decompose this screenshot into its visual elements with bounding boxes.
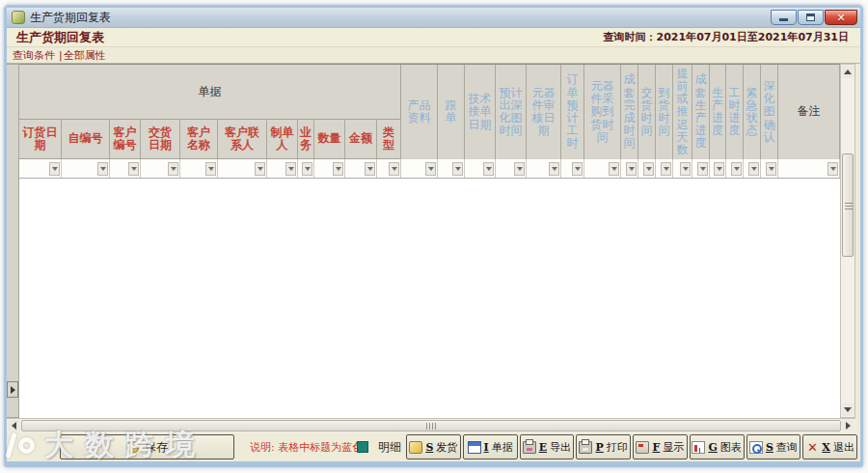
- column-header[interactable]: 成套生产进度: [692, 65, 710, 159]
- filter-dropdown-button[interactable]: [302, 162, 312, 176]
- filter-dropdown-button[interactable]: [255, 162, 265, 176]
- toolbar-button-display[interactable]: F显示: [633, 434, 688, 459]
- column-header[interactable]: 数量: [314, 120, 345, 158]
- filter-cell[interactable]: [298, 159, 314, 178]
- toolbar-button-document[interactable]: I单据: [463, 434, 518, 459]
- scroll-left-button[interactable]: [8, 420, 20, 431]
- maximize-button[interactable]: [798, 10, 824, 25]
- column-header[interactable]: 到货时间: [656, 65, 673, 159]
- filter-cell[interactable]: [584, 159, 621, 178]
- filter-cell[interactable]: [180, 159, 218, 178]
- column-header[interactable]: 交货日期: [141, 120, 180, 158]
- filter-cell[interactable]: [141, 159, 180, 178]
- toolbar-button-ship-goods[interactable]: S发货: [406, 434, 461, 459]
- filter-cell[interactable]: [710, 159, 726, 178]
- column-header[interactable]: 工时进度: [726, 65, 744, 159]
- filter-dropdown-button[interactable]: [643, 162, 654, 176]
- filter-cell[interactable]: [110, 159, 141, 178]
- filter-cell[interactable]: [267, 159, 298, 178]
- filter-cell[interactable]: [465, 159, 496, 178]
- vertical-scrollbar[interactable]: [840, 64, 855, 418]
- filter-dropdown-button[interactable]: [697, 162, 708, 176]
- filter-cell[interactable]: [19, 159, 62, 178]
- filter-dropdown-button[interactable]: [425, 162, 436, 176]
- column-header[interactable]: 订货日期: [19, 120, 62, 158]
- filter-dropdown-button[interactable]: [483, 162, 494, 176]
- filter-cell[interactable]: [656, 159, 673, 178]
- column-header[interactable]: 客户联系人: [218, 120, 267, 158]
- vertical-scroll-thumb[interactable]: [842, 153, 854, 257]
- filter-dropdown-button[interactable]: [285, 162, 296, 176]
- filter-cell[interactable]: [377, 159, 401, 178]
- filter-cell[interactable]: [62, 159, 110, 178]
- column-header[interactable]: 订单预计工时: [561, 65, 584, 159]
- column-header[interactable]: 提前或推迟天数: [673, 65, 692, 159]
- filter-dropdown-button[interactable]: [128, 162, 139, 176]
- filter-dropdown-button[interactable]: [731, 162, 742, 176]
- horizontal-scroll-thumb[interactable]: [21, 420, 841, 431]
- menu-item-all-properties[interactable]: 全部属性: [64, 48, 106, 63]
- column-header[interactable]: 金额: [345, 120, 377, 158]
- filter-dropdown-button[interactable]: [514, 162, 525, 176]
- column-header[interactable]: 交货时间: [638, 65, 656, 159]
- column-header[interactable]: 预计出深化图时间: [496, 65, 527, 159]
- filter-cell[interactable]: [218, 159, 267, 178]
- filter-cell[interactable]: [621, 159, 638, 178]
- filter-dropdown-button[interactable]: [748, 162, 759, 176]
- filter-dropdown-button[interactable]: [333, 162, 343, 176]
- filter-cell[interactable]: [744, 159, 761, 178]
- column-header[interactable]: 技术接单日期: [465, 65, 496, 159]
- filter-cell[interactable]: [527, 159, 561, 178]
- filter-dropdown-button[interactable]: [661, 162, 671, 176]
- filter-cell[interactable]: [438, 159, 465, 178]
- scroll-right-button[interactable]: [842, 420, 854, 431]
- close-button[interactable]: ✕: [825, 10, 857, 25]
- column-header[interactable]: 元器件审核日期: [527, 65, 561, 159]
- filter-cell[interactable]: [673, 159, 692, 178]
- filter-cell[interactable]: [778, 159, 840, 178]
- filter-cell[interactable]: [692, 159, 710, 178]
- filter-dropdown-button[interactable]: [168, 162, 178, 176]
- scroll-down-button[interactable]: [842, 403, 854, 416]
- filter-cell[interactable]: [345, 159, 377, 178]
- filter-cell[interactable]: [401, 159, 438, 178]
- filter-dropdown-button[interactable]: [609, 162, 619, 176]
- filter-dropdown-button[interactable]: [766, 162, 776, 176]
- column-header[interactable]: 元器件采购到货时间: [584, 65, 621, 159]
- menu-item-query-conditions[interactable]: 查询条件: [13, 48, 55, 63]
- column-header[interactable]: 生产进度: [710, 65, 726, 159]
- column-header[interactable]: 业务: [298, 120, 314, 158]
- filter-dropdown-button[interactable]: [49, 162, 60, 176]
- toolbar-button-search[interactable]: S查询: [746, 434, 801, 459]
- filter-dropdown-button[interactable]: [389, 162, 399, 176]
- column-header[interactable]: 制单人: [267, 120, 298, 158]
- filter-dropdown-button[interactable]: [205, 162, 216, 176]
- filter-dropdown-button[interactable]: [626, 162, 637, 176]
- column-header[interactable]: 自编号: [62, 120, 110, 158]
- filter-cell[interactable]: [314, 159, 345, 178]
- column-header[interactable]: 跟单: [438, 65, 465, 159]
- filter-cell[interactable]: [726, 159, 744, 178]
- toolbar-button-export-printer[interactable]: E导出: [520, 434, 575, 459]
- column-header[interactable]: 备注: [778, 65, 840, 159]
- filter-cell[interactable]: [761, 159, 778, 178]
- horizontal-scrollbar[interactable]: [7, 418, 855, 432]
- column-header[interactable]: 紧急状态: [744, 65, 761, 159]
- filter-dropdown-button[interactable]: [452, 162, 463, 176]
- column-header[interactable]: 产品资料: [401, 65, 438, 159]
- filter-cell[interactable]: [638, 159, 656, 178]
- filter-dropdown-button[interactable]: [680, 162, 691, 176]
- filter-dropdown-button[interactable]: [97, 162, 108, 176]
- filter-cell[interactable]: [496, 159, 527, 178]
- column-header[interactable]: 客户名称: [180, 120, 218, 158]
- filter-dropdown-button[interactable]: [549, 162, 559, 176]
- toolbar-button-exit[interactable]: ✕X退出: [802, 434, 857, 459]
- title-bar[interactable]: 生产货期回复表 ✕: [7, 8, 860, 28]
- toolbar-button-chart[interactable]: G图表: [690, 434, 745, 459]
- save-button[interactable]: 保存: [60, 434, 234, 459]
- filter-dropdown-button[interactable]: [572, 162, 583, 176]
- scroll-up-button[interactable]: [842, 66, 854, 78]
- column-header[interactable]: 类型: [377, 120, 401, 158]
- column-header[interactable]: 成套完成时间: [621, 65, 638, 159]
- column-header[interactable]: 客户编号: [110, 120, 141, 158]
